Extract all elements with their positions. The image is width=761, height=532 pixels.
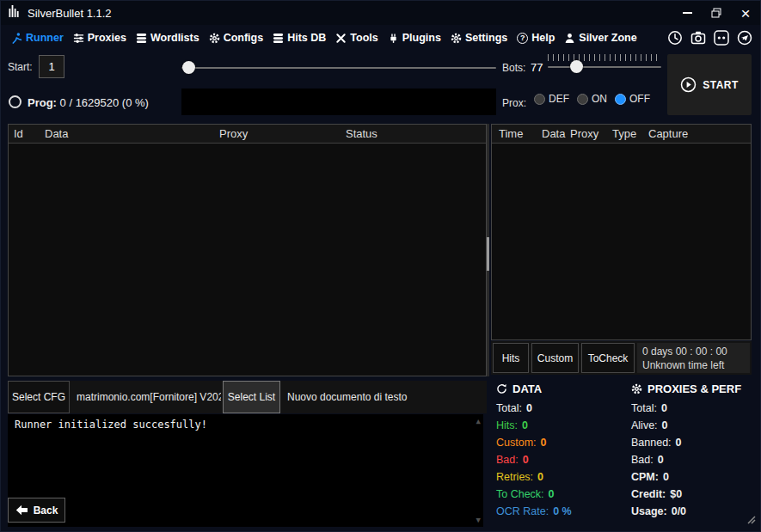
- slider-track: [181, 67, 496, 69]
- stat-value: 0: [662, 419, 668, 431]
- stat-row: Alive:0: [631, 419, 741, 431]
- refresh-icon: [496, 383, 507, 394]
- database-icon: [273, 33, 284, 44]
- nav-hits-db[interactable]: Hits DB: [273, 32, 326, 44]
- stat-row: Credit:$0: [631, 488, 741, 500]
- select-list-button[interactable]: Select List: [223, 381, 280, 413]
- log-line: Runner initialized succesfully!: [15, 419, 476, 431]
- stat-value: 0: [522, 419, 528, 431]
- nav-proxies[interactable]: Proxies: [73, 32, 126, 44]
- plugin-icon: [388, 33, 399, 44]
- start-button[interactable]: START: [667, 54, 752, 115]
- start-button-label: START: [703, 79, 739, 91]
- stat-value: 0: [661, 402, 667, 414]
- main-nav: Runner Proxies Wordlists Configs Hits DB…: [1, 25, 760, 51]
- panel-title: PROXIES & PERF: [647, 382, 741, 395]
- proxy-off-radio[interactable]: OFF: [615, 93, 650, 105]
- column-header[interactable]: Data: [45, 127, 68, 140]
- tab-custom[interactable]: Custom: [531, 343, 579, 373]
- column-header[interactable]: Status: [346, 127, 377, 140]
- stat-label: OCR Rate:: [496, 505, 549, 517]
- column-header[interactable]: Id: [14, 127, 23, 140]
- maximize-button[interactable]: [702, 1, 731, 25]
- select-cfg-button[interactable]: Select CFG: [8, 381, 70, 413]
- nav-silver-zone[interactable]: Silver Zone: [564, 32, 636, 44]
- minimize-button[interactable]: [672, 1, 702, 25]
- titlebar: SilverBullet 1.1.2 ×: [1, 1, 760, 25]
- start-index-input[interactable]: [39, 55, 64, 78]
- stat-value: 0: [658, 454, 664, 466]
- nav-label: Help: [531, 32, 555, 44]
- telegram-button[interactable]: [736, 29, 753, 46]
- stat-label: Hits:: [496, 419, 518, 431]
- radio-label: DEF: [549, 93, 569, 105]
- runner-log[interactable]: Runner initialized succesfully! ▲ ▼: [8, 414, 483, 527]
- tab-label: Custom: [537, 352, 573, 364]
- close-button[interactable]: ×: [731, 1, 760, 25]
- telegram-icon: [737, 30, 752, 46]
- stat-value: 0: [663, 471, 669, 483]
- results-table-header: Id Data Proxy Status: [9, 125, 486, 144]
- nav-label: Proxies: [88, 32, 126, 44]
- stat-label: To Check:: [496, 488, 544, 500]
- progress-radio[interactable]: [9, 95, 21, 108]
- proxies-stats-panel: PROXIES & PERF Total:0 Alive:0 Banned:0 …: [631, 382, 741, 523]
- history-button[interactable]: [666, 29, 684, 46]
- slider-handle[interactable]: [570, 60, 583, 73]
- column-header[interactable]: Proxy: [219, 127, 248, 140]
- results-table[interactable]: Id Data Proxy Status: [8, 124, 487, 376]
- tab-tocheck[interactable]: ToCheck: [581, 343, 635, 373]
- bots-slider[interactable]: [548, 54, 661, 75]
- panel-splitter[interactable]: [487, 124, 489, 376]
- resize-grip[interactable]: [745, 512, 756, 528]
- stat-value: $0: [670, 488, 682, 500]
- runner-icon: [11, 33, 22, 44]
- column-header[interactable]: Time: [499, 127, 523, 140]
- nav-plugins[interactable]: Plugins: [388, 32, 441, 44]
- timer-block: 0 days 00 : 00 : 00 Unknown time left: [637, 343, 750, 373]
- stat-label: Custom:: [496, 437, 537, 449]
- discord-button[interactable]: [713, 29, 730, 46]
- radio-icon: [577, 94, 588, 105]
- tab-label: ToCheck: [588, 352, 629, 364]
- back-button[interactable]: Back: [8, 498, 65, 523]
- stat-value: 0: [549, 488, 555, 500]
- stat-row: CPM:0: [631, 471, 741, 483]
- slider-handle[interactable]: [182, 61, 195, 74]
- nav-configs[interactable]: Configs: [209, 32, 264, 44]
- help-icon: ?: [517, 33, 528, 44]
- nav-tools[interactable]: Tools: [335, 32, 377, 44]
- stat-label: Usage:: [631, 505, 667, 517]
- radio-label: ON: [592, 93, 607, 105]
- column-header[interactable]: Type: [612, 127, 636, 140]
- nav-help[interactable]: ? Help: [517, 32, 555, 44]
- column-header[interactable]: Proxy: [570, 127, 598, 140]
- radio-icon: [534, 94, 545, 105]
- column-header[interactable]: Data: [542, 127, 565, 140]
- stat-value: 0 %: [553, 505, 572, 517]
- radio-selected-icon: [615, 94, 626, 105]
- screenshot-button[interactable]: [690, 29, 707, 46]
- hits-table[interactable]: Time Data Proxy Type Capture: [491, 124, 752, 340]
- proxies-icon: [73, 33, 84, 44]
- nav-settings[interactable]: Settings: [451, 32, 507, 44]
- scroll-down-icon[interactable]: ▼: [476, 516, 481, 524]
- proxy-def-radio[interactable]: DEF: [534, 93, 569, 105]
- panel-title: DATA: [512, 382, 542, 395]
- stat-label: Banned:: [631, 437, 672, 449]
- nav-quick-icons: [666, 29, 753, 46]
- nav-label: Plugins: [402, 32, 441, 44]
- scroll-up-icon[interactable]: ▲: [476, 417, 481, 425]
- proxies-stats-header: PROXIES & PERF: [631, 382, 741, 395]
- tab-hits[interactable]: Hits: [493, 343, 529, 373]
- nav-runner[interactable]: Runner: [11, 32, 64, 44]
- position-slider[interactable]: [181, 60, 496, 75]
- stat-row: Bad:0: [631, 454, 741, 466]
- nav-label: Settings: [465, 32, 507, 44]
- proxy-on-radio[interactable]: ON: [577, 93, 607, 105]
- play-icon: [680, 76, 697, 93]
- nav-wordlists[interactable]: Wordlists: [136, 32, 199, 44]
- column-header[interactable]: Capture: [648, 127, 688, 140]
- history-icon: [667, 30, 683, 46]
- back-button-label: Back: [34, 504, 58, 517]
